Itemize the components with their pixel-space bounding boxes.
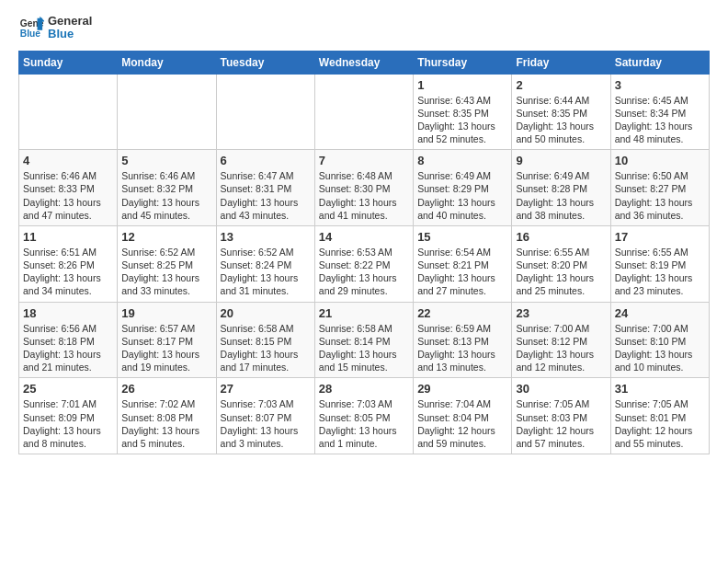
day-number: 13 <box>221 230 311 244</box>
calendar-cell: 12Sunrise: 6:52 AM Sunset: 8:25 PM Dayli… <box>118 225 216 302</box>
calendar-cell: 3Sunrise: 6:45 AM Sunset: 8:34 PM Daylig… <box>610 74 709 150</box>
calendar-cell: 1Sunrise: 6:43 AM Sunset: 8:35 PM Daylig… <box>414 74 512 150</box>
day-info: Sunrise: 6:47 AM Sunset: 8:31 PM Dayligh… <box>221 169 311 222</box>
logo: General Blue General Blue <box>18 15 92 41</box>
calendar-cell: 20Sunrise: 6:58 AM Sunset: 8:15 PM Dayli… <box>216 302 314 378</box>
day-info: Sunrise: 6:57 AM Sunset: 8:17 PM Dayligh… <box>121 322 211 374</box>
day-number: 8 <box>417 154 507 167</box>
calendar-cell: 29Sunrise: 7:04 AM Sunset: 8:04 PM Dayli… <box>414 378 512 454</box>
calendar-cell: 11Sunrise: 6:51 AM Sunset: 8:26 PM Dayli… <box>19 225 118 302</box>
col-header-saturday: Saturday <box>610 51 709 74</box>
day-info: Sunrise: 7:02 AM Sunset: 8:08 PM Dayligh… <box>121 397 211 450</box>
day-info: Sunrise: 6:53 AM Sunset: 8:22 PM Dayligh… <box>319 246 409 298</box>
day-info: Sunrise: 6:45 AM Sunset: 8:34 PM Dayligh… <box>615 94 705 146</box>
day-number: 12 <box>121 230 211 244</box>
calendar-cell <box>118 74 216 150</box>
day-info: Sunrise: 7:05 AM Sunset: 8:01 PM Dayligh… <box>615 397 705 450</box>
col-header-wednesday: Wednesday <box>314 51 413 74</box>
calendar-cell: 16Sunrise: 6:55 AM Sunset: 8:20 PM Dayli… <box>512 225 610 302</box>
day-info: Sunrise: 6:51 AM Sunset: 8:26 PM Dayligh… <box>23 246 113 298</box>
calendar-week-2: 4Sunrise: 6:46 AM Sunset: 8:33 PM Daylig… <box>19 150 710 226</box>
calendar-cell: 19Sunrise: 6:57 AM Sunset: 8:17 PM Dayli… <box>118 302 216 378</box>
day-number: 24 <box>615 306 705 320</box>
calendar-cell <box>19 74 118 150</box>
calendar-cell: 27Sunrise: 7:03 AM Sunset: 8:07 PM Dayli… <box>216 378 314 454</box>
col-header-sunday: Sunday <box>19 51 118 74</box>
day-number: 4 <box>23 154 113 167</box>
day-number: 16 <box>516 230 606 244</box>
day-number: 25 <box>23 382 113 396</box>
calendar-cell: 6Sunrise: 6:47 AM Sunset: 8:31 PM Daylig… <box>216 150 314 226</box>
calendar-cell: 22Sunrise: 6:59 AM Sunset: 8:13 PM Dayli… <box>414 302 512 378</box>
day-number: 1 <box>417 78 507 92</box>
calendar-cell: 5Sunrise: 6:46 AM Sunset: 8:32 PM Daylig… <box>118 150 216 226</box>
col-header-tuesday: Tuesday <box>216 51 314 74</box>
day-info: Sunrise: 6:58 AM Sunset: 8:15 PM Dayligh… <box>221 322 311 374</box>
day-number: 2 <box>516 78 606 92</box>
day-number: 10 <box>615 154 705 167</box>
calendar-cell: 31Sunrise: 7:05 AM Sunset: 8:01 PM Dayli… <box>610 378 709 454</box>
day-info: Sunrise: 6:46 AM Sunset: 8:33 PM Dayligh… <box>23 169 113 222</box>
day-number: 15 <box>417 230 507 244</box>
day-info: Sunrise: 7:00 AM Sunset: 8:10 PM Dayligh… <box>615 322 705 374</box>
day-number: 6 <box>221 154 311 167</box>
day-info: Sunrise: 6:50 AM Sunset: 8:27 PM Dayligh… <box>615 169 705 222</box>
day-info: Sunrise: 6:58 AM Sunset: 8:14 PM Dayligh… <box>319 322 409 374</box>
day-number: 21 <box>319 306 409 320</box>
day-info: Sunrise: 6:59 AM Sunset: 8:13 PM Dayligh… <box>417 322 507 374</box>
day-info: Sunrise: 6:52 AM Sunset: 8:24 PM Dayligh… <box>221 246 311 298</box>
calendar-cell: 18Sunrise: 6:56 AM Sunset: 8:18 PM Dayli… <box>19 302 118 378</box>
calendar-cell: 4Sunrise: 6:46 AM Sunset: 8:33 PM Daylig… <box>19 150 118 226</box>
calendar-cell: 8Sunrise: 6:49 AM Sunset: 8:29 PM Daylig… <box>414 150 512 226</box>
day-number: 23 <box>516 306 606 320</box>
day-number: 17 <box>615 230 705 244</box>
day-info: Sunrise: 7:01 AM Sunset: 8:09 PM Dayligh… <box>23 397 113 450</box>
logo-wordmark: General Blue <box>48 15 92 41</box>
day-number: 26 <box>121 382 211 396</box>
calendar-cell: 21Sunrise: 6:58 AM Sunset: 8:14 PM Dayli… <box>314 302 413 378</box>
calendar-cell: 25Sunrise: 7:01 AM Sunset: 8:09 PM Dayli… <box>19 378 118 454</box>
calendar-cell: 23Sunrise: 7:00 AM Sunset: 8:12 PM Dayli… <box>512 302 610 378</box>
day-number: 22 <box>417 306 507 320</box>
day-info: Sunrise: 6:55 AM Sunset: 8:20 PM Dayligh… <box>516 246 606 298</box>
calendar-cell: 24Sunrise: 7:00 AM Sunset: 8:10 PM Dayli… <box>610 302 709 378</box>
day-info: Sunrise: 6:54 AM Sunset: 8:21 PM Dayligh… <box>417 246 507 298</box>
calendar-cell <box>314 74 413 150</box>
calendar-cell: 9Sunrise: 6:49 AM Sunset: 8:28 PM Daylig… <box>512 150 610 226</box>
calendar-cell: 28Sunrise: 7:03 AM Sunset: 8:05 PM Dayli… <box>314 378 413 454</box>
day-info: Sunrise: 7:04 AM Sunset: 8:04 PM Dayligh… <box>417 397 507 450</box>
calendar-header-row: SundayMondayTuesdayWednesdayThursdayFrid… <box>19 51 710 74</box>
day-number: 9 <box>516 154 606 167</box>
day-number: 11 <box>23 230 113 244</box>
day-info: Sunrise: 6:46 AM Sunset: 8:32 PM Dayligh… <box>121 169 211 222</box>
day-info: Sunrise: 7:03 AM Sunset: 8:05 PM Dayligh… <box>319 397 409 450</box>
day-info: Sunrise: 7:05 AM Sunset: 8:03 PM Dayligh… <box>516 397 606 450</box>
day-number: 27 <box>221 382 311 396</box>
day-number: 31 <box>615 382 705 396</box>
day-number: 18 <box>23 306 113 320</box>
day-info: Sunrise: 6:48 AM Sunset: 8:30 PM Dayligh… <box>319 169 409 222</box>
calendar-cell: 7Sunrise: 6:48 AM Sunset: 8:30 PM Daylig… <box>314 150 413 226</box>
calendar-week-4: 18Sunrise: 6:56 AM Sunset: 8:18 PM Dayli… <box>19 302 710 378</box>
col-header-monday: Monday <box>118 51 216 74</box>
day-info: Sunrise: 6:52 AM Sunset: 8:25 PM Dayligh… <box>121 246 211 298</box>
calendar-cell: 30Sunrise: 7:05 AM Sunset: 8:03 PM Dayli… <box>512 378 610 454</box>
col-header-thursday: Thursday <box>414 51 512 74</box>
day-info: Sunrise: 6:49 AM Sunset: 8:28 PM Dayligh… <box>516 169 606 222</box>
calendar-cell: 26Sunrise: 7:02 AM Sunset: 8:08 PM Dayli… <box>118 378 216 454</box>
day-info: Sunrise: 6:44 AM Sunset: 8:35 PM Dayligh… <box>516 94 606 146</box>
day-info: Sunrise: 7:03 AM Sunset: 8:07 PM Dayligh… <box>221 397 311 450</box>
calendar-cell: 15Sunrise: 6:54 AM Sunset: 8:21 PM Dayli… <box>414 225 512 302</box>
day-number: 14 <box>319 230 409 244</box>
day-info: Sunrise: 7:00 AM Sunset: 8:12 PM Dayligh… <box>516 322 606 374</box>
day-number: 5 <box>121 154 211 167</box>
day-number: 3 <box>615 78 705 92</box>
day-number: 20 <box>221 306 311 320</box>
calendar-cell: 13Sunrise: 6:52 AM Sunset: 8:24 PM Dayli… <box>216 225 314 302</box>
day-number: 29 <box>417 382 507 396</box>
calendar-week-5: 25Sunrise: 7:01 AM Sunset: 8:09 PM Dayli… <box>19 378 710 454</box>
calendar-table: SundayMondayTuesdayWednesdayThursdayFrid… <box>18 51 710 454</box>
day-number: 30 <box>516 382 606 396</box>
calendar-cell <box>216 74 314 150</box>
day-number: 28 <box>319 382 409 396</box>
